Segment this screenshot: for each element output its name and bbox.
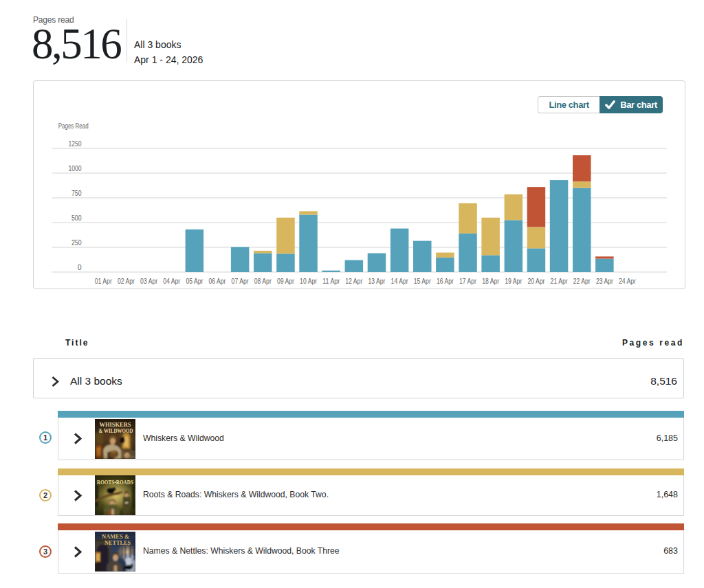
svg-text:250: 250 [72, 238, 82, 247]
svg-text:01 Apr: 01 Apr [95, 277, 112, 285]
svg-text:& WILDWOOD: & WILDWOOD [99, 428, 133, 433]
svg-text:ROOTS•ROADS: ROOTS•ROADS [97, 479, 133, 486]
svg-text:1000: 1000 [69, 164, 82, 172]
svg-text:11 Apr: 11 Apr [322, 277, 340, 285]
svg-text:13 Apr: 13 Apr [368, 277, 386, 285]
svg-text:NAMES &: NAMES & [102, 534, 129, 540]
svg-text:17 Apr: 17 Apr [459, 277, 476, 285]
svg-text:21 Apr: 21 Apr [551, 277, 568, 285]
svg-text:WHISKERS: WHISKERS [100, 422, 131, 428]
svg-text:15 Apr: 15 Apr [414, 277, 431, 285]
svg-text:06 Apr: 06 Apr [209, 277, 226, 285]
svg-text:07 Apr: 07 Apr [232, 277, 249, 285]
svg-text:1250: 1250 [69, 139, 82, 148]
svg-text:05 Apr: 05 Apr [186, 277, 203, 285]
svg-text:04 Apr: 04 Apr [163, 277, 180, 285]
svg-text:22 Apr: 22 Apr [573, 277, 591, 285]
svg-text:24 Apr: 24 Apr [619, 277, 636, 285]
svg-text:Pages Read: Pages Read [58, 122, 89, 130]
svg-text:08 Apr: 08 Apr [254, 277, 272, 285]
svg-text:10 Apr: 10 Apr [300, 277, 317, 285]
svg-text:18 Apr: 18 Apr [482, 277, 499, 285]
svg-text:500: 500 [72, 214, 82, 222]
svg-text:12 Apr: 12 Apr [345, 277, 362, 285]
svg-text:09 Apr: 09 Apr [277, 277, 294, 285]
svg-text:14 Apr: 14 Apr [391, 277, 408, 285]
svg-text:19 Apr: 19 Apr [505, 277, 522, 285]
svg-text:02 Apr: 02 Apr [118, 277, 135, 285]
svg-text:16 Apr: 16 Apr [437, 277, 454, 285]
svg-text:03 Apr: 03 Apr [140, 277, 157, 285]
svg-text:750: 750 [72, 189, 82, 197]
svg-text:NETTLES: NETTLES [104, 540, 131, 546]
svg-text:0: 0 [78, 263, 82, 271]
svg-text:23 Apr: 23 Apr [596, 277, 613, 285]
svg-text:20 Apr: 20 Apr [528, 277, 545, 285]
